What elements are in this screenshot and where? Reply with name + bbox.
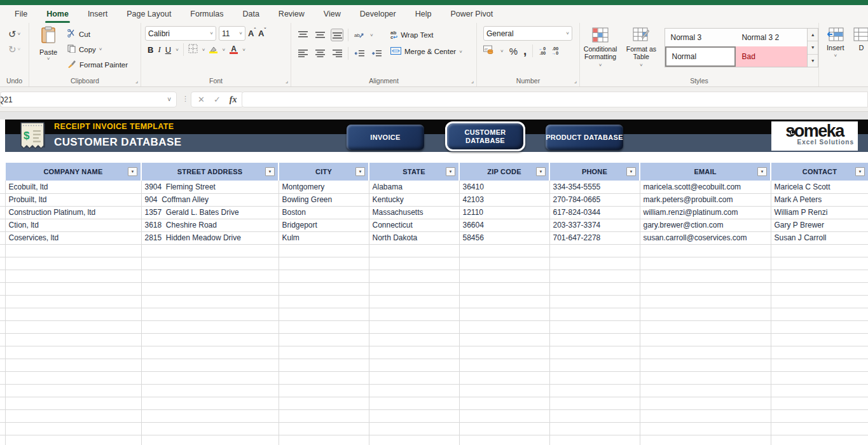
accounting-dropdown-chevron[interactable]: ˅	[500, 48, 504, 54]
cell-gutter[interactable]	[0, 384, 5, 397]
cell-empty[interactable]	[279, 295, 369, 308]
cell-empty[interactable]	[459, 422, 549, 435]
cell-phone[interactable]: 334-354-5555	[549, 181, 640, 193]
cell-gutter[interactable]	[0, 206, 5, 219]
cell-empty[interactable]	[5, 333, 141, 346]
increase-font-size-button[interactable]: Aˆ	[248, 29, 256, 38]
cell-empty[interactable]	[459, 397, 549, 409]
cell-empty[interactable]	[369, 308, 459, 320]
formula-input[interactable]	[242, 92, 868, 107]
cell-state[interactable]: Alabama	[369, 181, 459, 193]
cell-empty[interactable]	[640, 422, 771, 435]
cell-contact[interactable]: Susan J Carroll	[771, 231, 868, 244]
filter-button-icon[interactable]: ▼	[855, 167, 865, 176]
tab-power-pivot[interactable]: Power Pivot	[441, 5, 502, 23]
cell-empty[interactable]	[369, 333, 459, 346]
cell-zip[interactable]: 58456	[459, 231, 549, 244]
cell-empty[interactable]	[141, 270, 279, 282]
cell-empty[interactable]	[279, 371, 369, 384]
cell-empty[interactable]	[459, 308, 549, 320]
cell-empty[interactable]	[771, 320, 868, 333]
cell-empty[interactable]	[369, 409, 459, 422]
cell-empty[interactable]	[369, 435, 459, 445]
cell-empty[interactable]	[5, 270, 141, 282]
tab-home[interactable]: Home	[37, 5, 78, 23]
cell-gutter[interactable]	[0, 295, 5, 308]
cell-empty[interactable]	[459, 333, 549, 346]
cell-empty[interactable]	[549, 409, 640, 422]
increase-decimal-icon[interactable]: ←0.00	[539, 46, 546, 55]
cell-empty[interactable]	[369, 244, 459, 257]
cell-empty[interactable]	[549, 359, 640, 371]
cell-zip[interactable]: 42103	[459, 193, 549, 206]
header-email[interactable]: EMAIL▼	[640, 163, 771, 181]
cell-empty[interactable]	[5, 308, 141, 320]
orientation-icon[interactable]: ab	[353, 29, 366, 41]
cell-city[interactable]: Boston	[279, 206, 369, 219]
filter-button-icon[interactable]: ▼	[265, 167, 275, 176]
paste-dropdown-chevron[interactable]: ˅	[47, 56, 50, 62]
align-top-icon[interactable]	[296, 29, 309, 41]
cell-gutter[interactable]	[0, 435, 5, 445]
filter-button-icon[interactable]: ▼	[128, 167, 137, 176]
header-phone[interactable]: PHONE▼	[549, 163, 640, 181]
decrease-decimal-icon[interactable]: .00→0	[551, 46, 558, 55]
cell-empty[interactable]	[141, 244, 279, 257]
cell-gutter[interactable]	[0, 181, 5, 193]
cell-gutter[interactable]	[0, 371, 5, 384]
cell-street[interactable]: 3904 Fleming Street	[141, 181, 279, 193]
enter-icon[interactable]: ✓	[214, 95, 221, 104]
tab-insert[interactable]: Insert	[78, 5, 117, 23]
align-left-icon[interactable]	[296, 47, 309, 60]
name-box-chevron-icon[interactable]: ˅	[167, 96, 171, 103]
cell-empty[interactable]	[549, 435, 640, 445]
header-state[interactable]: STATE▼	[369, 163, 459, 181]
cell-empty[interactable]	[141, 422, 279, 435]
filter-button-icon[interactable]: ▼	[446, 167, 455, 176]
copy-dropdown-chevron[interactable]: ˅	[99, 46, 102, 52]
cell-empty[interactable]	[771, 371, 868, 384]
cell-empty[interactable]	[369, 397, 459, 409]
wrap-text-button[interactable]: abc↩ Wrap Text	[390, 29, 462, 41]
underline-dropdown-chevron[interactable]: ˅	[176, 47, 179, 53]
style-chip-normal-3-2[interactable]: Normal 3 2	[736, 29, 807, 46]
bold-button[interactable]: B	[148, 45, 153, 55]
cell-empty[interactable]	[771, 295, 868, 308]
cell-empty[interactable]	[279, 384, 369, 397]
header-city[interactable]: CITY▼	[279, 163, 369, 181]
cell-state[interactable]: Connecticut	[369, 219, 459, 231]
cell-empty[interactable]	[771, 282, 868, 295]
cell-empty[interactable]	[459, 244, 549, 257]
fill-color-dropdown-chevron[interactable]: ˅	[222, 47, 225, 53]
cell-empty[interactable]	[549, 257, 640, 270]
cell-empty[interactable]	[549, 320, 640, 333]
cell-gutter[interactable]	[0, 333, 5, 346]
cell-empty[interactable]	[5, 359, 141, 371]
cell-empty[interactable]	[640, 270, 771, 282]
cell-empty[interactable]	[141, 295, 279, 308]
cell-empty[interactable]	[5, 320, 141, 333]
cell-contact[interactable]: Gary P Brewer	[771, 219, 868, 231]
cell-empty[interactable]	[369, 371, 459, 384]
cell-empty[interactable]	[279, 359, 369, 371]
percent-style-icon[interactable]: %	[509, 46, 518, 57]
cell-empty[interactable]	[771, 257, 868, 270]
cell-empty[interactable]	[369, 270, 459, 282]
nav-customer-database-button[interactable]: CUSTOMER DATABASE	[445, 121, 525, 151]
cell-empty[interactable]	[459, 409, 549, 422]
filter-button-icon[interactable]: ▼	[757, 167, 767, 176]
cell-empty[interactable]	[369, 359, 459, 371]
header-street-address[interactable]: STREET ADDRESS▼	[141, 163, 279, 181]
filter-button-icon[interactable]: ▼	[355, 167, 365, 176]
cell-city[interactable]: Bridgeport	[279, 219, 369, 231]
tab-help[interactable]: Help	[406, 5, 441, 23]
underline-button[interactable]: U	[165, 45, 171, 55]
cell-empty[interactable]	[640, 409, 771, 422]
copy-button[interactable]: Copy ˅	[67, 43, 128, 55]
cell-gutter[interactable]	[0, 397, 5, 409]
cell-city[interactable]: Bowling Green	[279, 193, 369, 206]
cell-company[interactable]: Probuilt, ltd	[5, 193, 141, 206]
font-color-dropdown-chevron[interactable]: ˅	[242, 47, 245, 53]
cell-empty[interactable]	[141, 282, 279, 295]
style-chip-normal-3[interactable]: Normal 3	[665, 29, 736, 46]
